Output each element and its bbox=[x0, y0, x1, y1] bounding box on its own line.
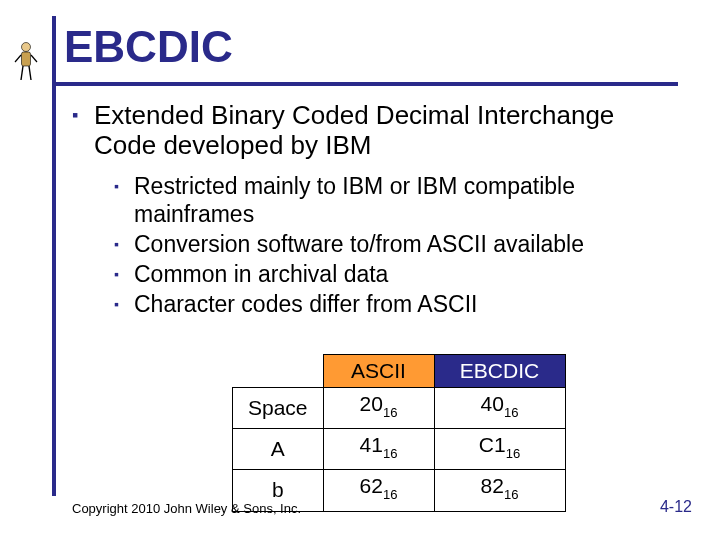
bullet-square-icon: ▪ bbox=[72, 100, 86, 130]
table-cell-ascii: 4116 bbox=[323, 429, 434, 470]
decorative-figure-icon bbox=[12, 40, 40, 84]
table-cell-ebcdic: 4016 bbox=[434, 388, 565, 429]
slide: EBCDIC ▪ Extended Binary Coded Decimal I… bbox=[0, 0, 720, 540]
bullet-level2-text: Restricted mainly to IBM or IBM compatib… bbox=[134, 172, 662, 228]
table-blank-corner bbox=[233, 355, 324, 388]
svg-line-2 bbox=[15, 55, 21, 62]
bullet-level2-text: Character codes differ from ASCII bbox=[134, 290, 477, 318]
page-number: 4-12 bbox=[660, 498, 692, 516]
bullet-level2-text: Common in archival data bbox=[134, 260, 388, 288]
svg-rect-1 bbox=[22, 52, 31, 66]
bullet-square-icon: ▪ bbox=[114, 290, 128, 318]
table-header-ascii: ASCII bbox=[323, 355, 434, 388]
table-cell-ebcdic: C116 bbox=[434, 429, 565, 470]
title-vertical-rule bbox=[52, 16, 56, 496]
table-row: Space 2016 4016 bbox=[233, 388, 566, 429]
comparison-table: ASCII EBCDIC Space 2016 4016 A 4116 C116… bbox=[232, 354, 566, 512]
bullet-level2: ▪ Common in archival data bbox=[114, 260, 662, 288]
bullet-level1: ▪ Extended Binary Coded Decimal Intercha… bbox=[72, 100, 662, 160]
bullet-level2-list: ▪ Restricted mainly to IBM or IBM compat… bbox=[114, 172, 662, 318]
table-header-row: ASCII EBCDIC bbox=[233, 355, 566, 388]
table-cell-ascii: 6216 bbox=[323, 470, 434, 511]
bullet-level1-text: Extended Binary Coded Decimal Interchang… bbox=[94, 100, 662, 160]
bullet-level2: ▪ Restricted mainly to IBM or IBM compat… bbox=[114, 172, 662, 228]
table-cell-ascii: 2016 bbox=[323, 388, 434, 429]
bullet-level2: ▪ Character codes differ from ASCII bbox=[114, 290, 662, 318]
svg-point-0 bbox=[22, 43, 31, 52]
table-row-label: A bbox=[233, 429, 324, 470]
bullet-level2: ▪ Conversion software to/from ASCII avai… bbox=[114, 230, 662, 258]
table-cell-ebcdic: 8216 bbox=[434, 470, 565, 511]
table-row-label: Space bbox=[233, 388, 324, 429]
slide-title: EBCDIC bbox=[64, 22, 233, 72]
svg-line-5 bbox=[29, 66, 31, 80]
content-area: ▪ Extended Binary Coded Decimal Intercha… bbox=[72, 100, 662, 320]
bullet-square-icon: ▪ bbox=[114, 260, 128, 288]
title-horizontal-rule bbox=[52, 82, 678, 86]
svg-line-4 bbox=[21, 66, 23, 80]
table-header-ebcdic: EBCDIC bbox=[434, 355, 565, 388]
bullet-level2-text: Conversion software to/from ASCII availa… bbox=[134, 230, 584, 258]
svg-line-3 bbox=[31, 55, 37, 62]
copyright-text: Copyright 2010 John Wiley & Sons, Inc. bbox=[72, 501, 301, 516]
table-row: A 4116 C116 bbox=[233, 429, 566, 470]
bullet-square-icon: ▪ bbox=[114, 172, 128, 200]
bullet-square-icon: ▪ bbox=[114, 230, 128, 258]
